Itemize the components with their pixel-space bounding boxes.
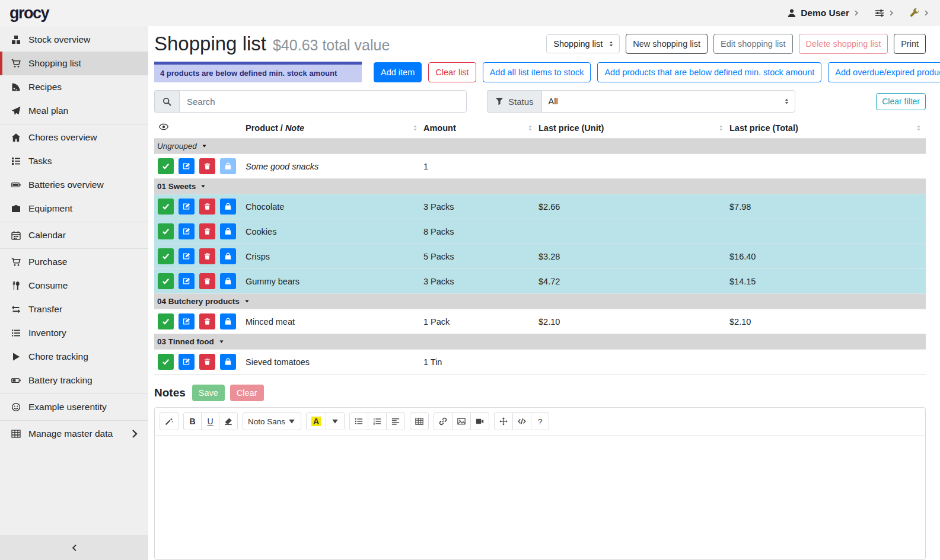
sidebar-collapse-button[interactable] (0, 535, 148, 560)
mark-done-button[interactable] (158, 354, 174, 370)
editor-toolbar: BUNoto SansA? (155, 408, 925, 436)
edit-item-button[interactable] (179, 248, 195, 264)
sidebar-item-inventory[interactable]: Inventory (0, 321, 148, 345)
sidebar-item-shopping-list[interactable]: Shopping list (0, 52, 148, 75)
add-item-button[interactable]: Add item (374, 62, 422, 82)
unordered-list-button[interactable] (349, 412, 368, 430)
min-stock-alert[interactable]: 4 products are below defined min. stock … (154, 62, 362, 82)
font-family-button[interactable]: Noto Sans (243, 412, 301, 430)
done-column-header[interactable] (154, 120, 244, 139)
sidebar-item-equipment[interactable]: Equipment (0, 197, 148, 220)
sidebar-item-manage-master-data[interactable]: Manage master data (0, 422, 148, 446)
notes-editor-area[interactable] (155, 436, 925, 559)
amount-column-header[interactable]: Amount (422, 120, 537, 139)
text-color-button[interactable]: A (306, 412, 326, 430)
help-button[interactable]: ? (531, 412, 549, 430)
sidebar-item-battery-tracking[interactable]: Battery tracking (0, 369, 148, 392)
user-menu[interactable]: Demo User (787, 8, 859, 18)
delete-item-button[interactable] (199, 354, 215, 370)
product-column-header[interactable]: Product / Note (244, 120, 422, 139)
sidebar-item-purchase[interactable]: Purchase (0, 250, 148, 274)
sidebar-item-example-userentity[interactable]: Example userentity (0, 395, 148, 419)
bold-button[interactable]: B (183, 412, 202, 430)
sidebar-item-meal-plan[interactable]: Meal plan (0, 99, 148, 123)
product-group-row[interactable]: 03 Tinned food (154, 334, 926, 350)
sidebar-item-stock-overview[interactable]: Stock overview (0, 28, 148, 52)
insert-video-button[interactable] (470, 412, 489, 430)
code-view-button[interactable] (512, 412, 531, 430)
edit-item-button[interactable] (179, 273, 195, 289)
add-to-stock-button[interactable] (220, 313, 236, 329)
shopping-list-select[interactable]: Shopping list (546, 34, 620, 53)
add-to-stock-button[interactable] (220, 273, 236, 289)
add-to-stock-button[interactable] (220, 199, 236, 215)
sidebar-item-recipes[interactable]: Recipes (0, 75, 148, 99)
delete-item-button[interactable] (199, 158, 215, 174)
save-notes-button[interactable]: Save (192, 385, 225, 401)
edit-item-button[interactable] (179, 313, 195, 329)
search-input[interactable] (179, 90, 467, 113)
sidebar-item-calendar[interactable]: Calendar (0, 223, 148, 247)
app-logo[interactable]: grocy (9, 4, 49, 23)
clear-filter-button[interactable]: Clear filter (876, 93, 926, 111)
product-group-row[interactable]: 04 Butchery products (154, 294, 926, 309)
sidebar-item-tasks[interactable]: Tasks (0, 149, 148, 173)
chevron-right-icon (853, 10, 859, 16)
delete-item-button[interactable] (199, 248, 215, 264)
sidebar-item-consume[interactable]: Consume (0, 274, 148, 297)
add-to-stock-button[interactable] (220, 354, 236, 370)
add-overdue-button[interactable]: Add overdue/expired products (828, 62, 940, 82)
add-to-stock-button[interactable] (220, 248, 236, 264)
fullscreen-button[interactable] (494, 412, 513, 430)
last-price-total-column-header[interactable]: Last price (Total) (728, 120, 926, 139)
delete-item-button[interactable] (199, 313, 215, 329)
note-header-label: Note (285, 123, 304, 133)
edit-item-button[interactable] (179, 354, 195, 370)
sidebar-item-chore-tracking[interactable]: Chore tracking (0, 345, 148, 369)
ordered-list-button[interactable] (368, 412, 387, 430)
paragraph-button[interactable] (386, 412, 405, 430)
product-group-row[interactable]: 01 Sweets (154, 179, 926, 194)
add-to-stock-button[interactable] (220, 158, 236, 174)
delete-shopping-list-button[interactable]: Delete shopping list (799, 34, 888, 54)
pencil-icon (183, 252, 190, 260)
topbar-menu: Demo User (787, 8, 929, 18)
delete-item-button[interactable] (199, 273, 215, 289)
add-all-to-stock-button[interactable]: Add all list items to stock (483, 62, 591, 82)
mark-done-button[interactable] (158, 248, 174, 264)
print-button[interactable]: Print (894, 34, 926, 54)
edit-shopping-list-button[interactable]: Edit shopping list (713, 34, 793, 54)
insert-picture-button[interactable] (452, 412, 471, 430)
style-button[interactable] (160, 412, 179, 430)
new-shopping-list-button[interactable]: New shopping list (626, 34, 708, 54)
mark-done-button[interactable] (158, 223, 174, 239)
underline-button[interactable]: U (201, 412, 219, 430)
mark-done-button[interactable] (158, 313, 174, 329)
status-filter-select[interactable]: All (541, 90, 795, 113)
edit-item-button[interactable] (179, 199, 195, 215)
settings-menu[interactable] (875, 8, 894, 18)
sidebar-item-batteries-overview[interactable]: Batteries overview (0, 173, 148, 197)
sidebar-item-transfer[interactable]: Transfer (0, 297, 148, 321)
clear-list-button[interactable]: Clear list (428, 62, 476, 82)
remove-format-button[interactable] (219, 412, 238, 430)
mark-done-button[interactable] (158, 199, 174, 215)
text-color-menu-button[interactable] (326, 412, 345, 430)
product-group-row[interactable]: Ungrouped (154, 139, 926, 154)
insert-table-button[interactable] (410, 412, 429, 430)
amount-cell: 1 Tin (422, 350, 537, 375)
delete-item-button[interactable] (199, 199, 215, 215)
last-price-unit-column-header[interactable]: Last price (Unit) (537, 120, 728, 139)
edit-item-button[interactable] (179, 158, 195, 174)
admin-tools-menu[interactable] (910, 8, 929, 18)
toolbar-group (434, 412, 489, 430)
insert-link-button[interactable] (434, 412, 453, 430)
add-below-min-stock-button[interactable]: Add products that are below defined min.… (597, 62, 821, 82)
sidebar-item-chores-overview[interactable]: Chores overview (0, 126, 148, 149)
clear-notes-button[interactable]: Clear (230, 385, 264, 401)
mark-done-button[interactable] (158, 273, 174, 289)
edit-item-button[interactable] (179, 223, 195, 239)
mark-done-button[interactable] (158, 158, 174, 174)
add-to-stock-button[interactable] (220, 223, 236, 239)
delete-item-button[interactable] (199, 223, 215, 239)
